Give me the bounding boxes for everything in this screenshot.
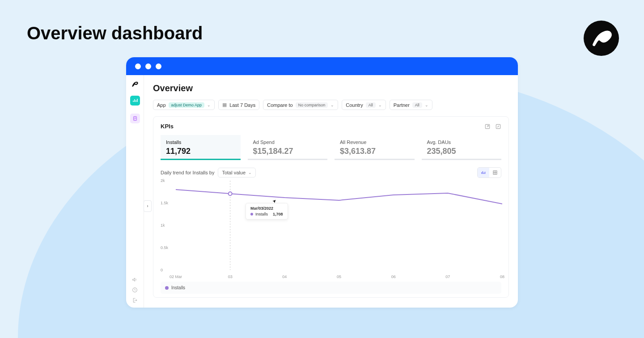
filter-compare[interactable]: Compare to No comparison ⌄ — [263, 100, 338, 110]
filter-bar: App adjust Demo App ⌄ ▦ Last 7 Days Comp… — [153, 100, 509, 110]
filter-chip: All — [412, 102, 422, 108]
chart-area: Mar/03/2022 Installs 1,708 00.5k1k1.5k2k… — [161, 181, 501, 279]
filter-partner[interactable]: Partner All ⌄ — [390, 100, 432, 110]
trend-select[interactable]: Total value ⌄ — [218, 168, 256, 177]
y-tick: 0 — [161, 268, 163, 272]
expand-sidebar-button[interactable] — [144, 200, 152, 212]
x-tick: 03 — [228, 275, 233, 279]
kpi-value: $3,613.87 — [340, 147, 409, 156]
trend-select-value: Total value — [222, 170, 246, 175]
filter-app[interactable]: App adjust Demo App ⌄ — [153, 100, 215, 110]
svg-point-11 — [229, 192, 232, 195]
sidebar-item-analytics[interactable] — [130, 96, 140, 106]
filter-label: Last 7 Days — [229, 102, 255, 108]
chevron-down-icon: ⌄ — [207, 103, 211, 107]
brand-logo — [584, 21, 619, 56]
filter-date[interactable]: ▦ Last 7 Days — [218, 100, 259, 110]
clock-icon[interactable] — [132, 287, 138, 293]
legend-label: Installs — [171, 285, 185, 290]
kpi-tile[interactable]: Installs11,792 — [161, 135, 241, 160]
x-tick: 06 — [391, 275, 396, 279]
sidebar-item-reports[interactable] — [130, 114, 140, 123]
window-dot — [135, 63, 141, 69]
kpi-tile[interactable]: All Revenue$3,613.87 — [335, 135, 415, 160]
kpi-label: Avg. DAUs — [427, 139, 496, 145]
kpi-label: Installs — [166, 139, 235, 145]
chevron-down-icon: ⌄ — [248, 170, 252, 175]
adjust-logo-icon — [589, 26, 614, 51]
y-tick: 1.5k — [161, 201, 168, 205]
export-icon[interactable] — [484, 123, 491, 130]
main-content: Overview App adjust Demo App ⌄ ▦ Last 7 … — [144, 75, 518, 308]
chart-view-button[interactable] — [478, 168, 489, 177]
trend-label: Daily trend for Installs by — [161, 170, 214, 175]
filter-chip: All — [366, 102, 376, 108]
window-dot — [156, 63, 161, 69]
kpis-card: KPIs Installs11,792Ad Spend$15,184.27All… — [153, 116, 509, 298]
x-tick: 05 — [337, 275, 341, 279]
view-toggle — [477, 167, 501, 178]
chevron-down-icon: ⌄ — [378, 103, 382, 107]
kpi-value: 11,792 — [166, 147, 235, 156]
kpi-label: Ad Spend — [253, 139, 322, 145]
page-title: Overview dashboard — [27, 23, 203, 43]
sidebar-logo-icon — [131, 80, 139, 88]
table-view-button[interactable] — [489, 168, 501, 177]
kpi-value: $15,184.27 — [253, 147, 322, 156]
filter-chip: adjust Demo App — [169, 102, 205, 108]
app-window: Overview App adjust Demo App ⌄ ▦ Last 7 … — [126, 57, 518, 308]
filter-label: App — [157, 102, 166, 108]
logout-icon[interactable] — [132, 297, 138, 303]
chevron-down-icon: ⌄ — [425, 103, 428, 107]
filter-label: Partner — [394, 102, 410, 108]
kpi-label: All Revenue — [340, 139, 409, 145]
y-tick: 0.5k — [161, 245, 168, 250]
filter-label: Country — [346, 102, 363, 108]
overview-title: Overview — [153, 83, 509, 93]
window-titlebar — [126, 57, 518, 75]
x-tick: 08 — [500, 275, 504, 279]
x-tick: 04 — [282, 275, 287, 279]
chevron-down-icon: ⌄ — [330, 103, 334, 107]
chart-legend: Installs — [161, 282, 501, 294]
x-tick: 07 — [445, 275, 450, 279]
filter-chip: No comparison — [296, 102, 328, 108]
y-tick: 1k — [161, 223, 165, 228]
chart-svg — [176, 181, 502, 272]
kpi-value: 235,805 — [427, 147, 496, 156]
x-tick: 02 Mar — [169, 275, 182, 279]
filter-label: Compare to — [267, 102, 292, 108]
y-tick: 2k — [161, 178, 165, 183]
sound-icon[interactable] — [132, 277, 138, 283]
edit-icon[interactable] — [495, 123, 501, 130]
sidebar — [126, 75, 144, 308]
calendar-icon: ▦ — [222, 102, 227, 108]
window-dot — [145, 63, 151, 69]
kpi-tile[interactable]: Ad Spend$15,184.27 — [248, 135, 328, 160]
filter-country[interactable]: Country All ⌄ — [342, 100, 386, 110]
legend-swatch — [165, 286, 169, 290]
kpi-tile[interactable]: Avg. DAUs235,805 — [422, 135, 502, 160]
kpis-title: KPIs — [161, 123, 174, 130]
